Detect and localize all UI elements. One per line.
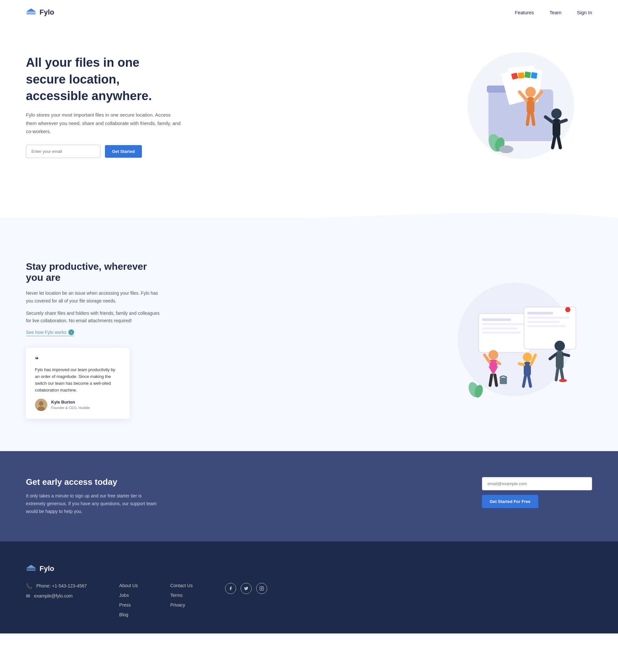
hero-description: Fylo stores your most important files in…: [26, 111, 181, 136]
svg-rect-66: [26, 568, 36, 569]
svg-rect-10: [518, 72, 524, 79]
logo: Fylo: [26, 8, 54, 17]
early-access-form: Get Started For Free: [482, 477, 592, 508]
footer-email-text: example@fylo.com: [34, 593, 73, 598]
svg-rect-35: [482, 323, 524, 325]
footer-phone-text: Phone: +1-543-123-4567: [36, 583, 87, 588]
svg-rect-11: [524, 72, 531, 78]
arrow-icon: ›: [68, 329, 74, 335]
footer-link-contact[interactable]: Contact Us: [170, 583, 193, 588]
early-access-cta-button[interactable]: Get Started For Free: [482, 495, 538, 508]
nav-links: Features Team Sign In: [515, 10, 592, 15]
svg-line-23: [552, 137, 555, 148]
footer-logo: Fylo: [26, 564, 592, 573]
facebook-icon[interactable]: [225, 583, 236, 594]
footer-phone: 📞 Phone: +1-543-123-4567: [26, 583, 87, 589]
hero-text: All your files in one secure location, a…: [26, 54, 181, 158]
testimonial-author: Kyle Burton Founder & CEO, Huddle: [35, 399, 120, 411]
svg-point-71: [263, 587, 263, 587]
footer-link-about[interactable]: About Us: [119, 583, 138, 588]
nav-signin[interactable]: Sign In: [577, 10, 592, 15]
svg-line-54: [523, 376, 525, 386]
early-access-email-input[interactable]: [482, 477, 592, 490]
svg-line-55: [529, 376, 530, 386]
svg-line-22: [560, 120, 566, 122]
svg-rect-45: [489, 360, 497, 366]
svg-point-70: [261, 587, 263, 589]
footer-bottom: 📞 Phone: +1-543-123-4567 ✉ example@fylo.…: [26, 583, 592, 617]
email-icon: ✉: [26, 593, 30, 599]
footer-link-blog[interactable]: Blog: [119, 612, 138, 617]
svg-line-59: [563, 354, 569, 356]
svg-line-48: [490, 375, 492, 385]
nav-features[interactable]: Features: [515, 10, 534, 15]
hero-form: Get Started: [26, 145, 181, 158]
svg-point-43: [565, 307, 571, 312]
svg-rect-39: [527, 312, 553, 315]
early-access-description: It only takes a minute to sign up and ou…: [26, 492, 162, 515]
footer: Fylo 📞 Phone: +1-543-123-4567 ✉ example@…: [0, 542, 618, 634]
footer-logo-text: Fylo: [39, 564, 54, 573]
testimonial-quote: Fylo has improved our team productivity …: [35, 367, 120, 394]
svg-rect-34: [482, 318, 511, 321]
quote-icon: ❝: [35, 356, 120, 363]
svg-line-49: [495, 375, 497, 385]
svg-point-44: [489, 350, 498, 360]
author-title: Founder & CEO, Huddle: [51, 406, 90, 410]
svg-rect-1: [26, 13, 36, 14]
early-access-text: Get early access today It only takes a m…: [26, 477, 162, 515]
footer-email: ✉ example@fylo.com: [26, 593, 87, 599]
svg-point-56: [554, 341, 565, 351]
svg-line-61: [561, 369, 563, 380]
svg-point-19: [551, 109, 561, 119]
svg-rect-41: [527, 321, 560, 323]
footer-contact: 📞 Phone: +1-543-123-4567 ✉ example@fylo.…: [26, 583, 87, 599]
hero-cta-button[interactable]: Get Started: [105, 145, 142, 158]
svg-line-60: [556, 369, 558, 380]
hero-section: All your files in one secure location, a…: [0, 25, 618, 201]
logo-text: Fylo: [39, 8, 54, 16]
svg-rect-63: [500, 377, 507, 384]
hero-heading: All your files in one secure location, a…: [26, 54, 181, 104]
features-link-label: See how Fylo works: [26, 330, 67, 335]
svg-rect-36: [482, 327, 518, 329]
early-access-section: Get early access today It only takes a m…: [0, 451, 618, 541]
instagram-icon[interactable]: [256, 583, 267, 594]
svg-rect-67: [26, 569, 36, 571]
author-name: Kyle Burton: [51, 400, 90, 405]
hero-email-input[interactable]: [26, 145, 100, 158]
svg-point-27: [499, 145, 513, 153]
nav-team[interactable]: Team: [550, 10, 561, 15]
features-section: Stay productive, wherever you are Never …: [0, 235, 618, 451]
svg-line-52: [519, 364, 524, 365]
svg-point-50: [523, 353, 532, 362]
svg-marker-2: [26, 8, 36, 12]
svg-rect-0: [26, 12, 36, 13]
features-text: Stay productive, wherever you are Never …: [26, 261, 162, 419]
footer-link-press[interactable]: Press: [119, 602, 138, 607]
svg-line-18: [532, 113, 534, 124]
svg-point-30: [39, 401, 43, 406]
svg-line-17: [527, 113, 529, 124]
footer-link-privacy[interactable]: Privacy: [170, 602, 193, 607]
footer-links-col2: Contact Us Terms Privacy: [170, 583, 193, 607]
svg-point-62: [559, 379, 567, 382]
features-heading: Stay productive, wherever you are: [26, 261, 162, 283]
footer-link-terms[interactable]: Terms: [170, 593, 193, 598]
svg-rect-69: [260, 586, 264, 590]
early-access-heading: Get early access today: [26, 477, 162, 487]
svg-rect-40: [527, 317, 570, 319]
features-paragraph1: Never let location be an issue when acce…: [26, 290, 162, 305]
svg-rect-28: [0, 218, 618, 235]
svg-line-24: [558, 137, 560, 148]
features-paragraph2: Securely share files and folders with fr…: [26, 310, 162, 325]
svg-rect-12: [531, 72, 537, 79]
svg-rect-37: [482, 332, 521, 334]
author-avatar: [35, 399, 47, 411]
hero-illustration: [430, 44, 592, 169]
features-link[interactable]: See how Fylo works ›: [26, 329, 74, 336]
phone-icon: 📞: [26, 583, 32, 589]
footer-link-jobs[interactable]: Jobs: [119, 593, 138, 598]
svg-point-13: [525, 87, 536, 97]
twitter-icon[interactable]: [241, 583, 252, 594]
